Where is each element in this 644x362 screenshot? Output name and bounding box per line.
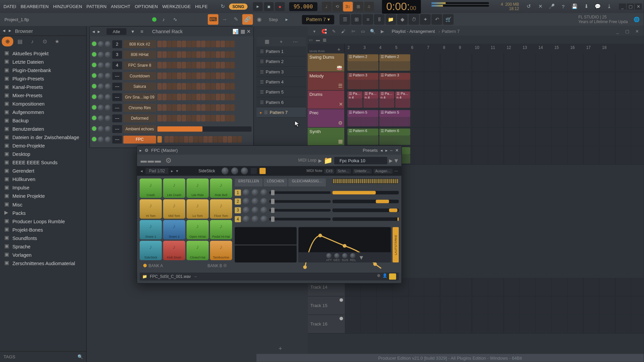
browser-item[interactable]: ▣Soundfonts (1, 234, 86, 242)
browser-fwd[interactable]: ▸ (9, 28, 11, 34)
layer-select[interactable]: 1 (235, 189, 241, 195)
help-icon[interactable]: ? (558, 1, 569, 12)
pattern-item[interactable]: ▸☰Pattern 7 (256, 107, 306, 117)
channel-mixer-route[interactable]: --- (112, 114, 122, 122)
channel-mute-led[interactable] (92, 126, 97, 131)
playlist-lane[interactable]: ☰ Pattern 2☰ Pattern 2 (345, 53, 644, 71)
sample-next[interactable]: → (194, 274, 198, 279)
pl-mode-1[interactable]: ▭ (309, 38, 313, 42)
midi-unterbr[interactable]: Unterbr… (353, 169, 372, 173)
layer-vol-knob[interactable] (243, 216, 250, 223)
pad-tune-knob[interactable] (241, 168, 248, 175)
menu-pattern[interactable]: PATTERN (85, 3, 108, 10)
plugin-close[interactable]: ✕ (395, 148, 399, 153)
channel-name-button[interactable]: Countdown (123, 72, 156, 80)
pad-selector[interactable]: Pad 1/32 (146, 168, 169, 174)
playlist-window-button[interactable]: ☰ (340, 14, 351, 25)
browser-tab-4[interactable]: ⊙ (39, 37, 50, 46)
track-header[interactable]: Track 15 (308, 296, 345, 314)
shop-button[interactable]: 🛒 (443, 14, 454, 25)
pl-menu[interactable]: ▾ (310, 27, 318, 35)
volume-strip[interactable]: LAUTSTÄRKE (392, 227, 398, 262)
channel-mute-led[interactable] (92, 83, 97, 88)
piano-roll-button[interactable]: ⊞ (351, 14, 362, 25)
mic-icon[interactable]: 🎤 (546, 1, 557, 12)
midi-note-val[interactable]: C#3 (324, 169, 334, 173)
blend-button[interactable]: ✎ (231, 14, 241, 25)
playlist-clip[interactable]: ☰ Pa…n 4 (347, 92, 363, 99)
preset-dropdown[interactable]: ▾ (394, 156, 398, 165)
track-header[interactable]: Track 16 (308, 315, 345, 333)
menu-options[interactable]: OPTIONEN (133, 3, 159, 10)
channel-pan-knob[interactable] (98, 126, 104, 132)
layer-select[interactable]: 2 (235, 198, 241, 204)
menu-add[interactable]: HINZUFÜGEN (51, 3, 84, 10)
drum-pad[interactable]: ♪Snare 1 (140, 220, 162, 239)
browser-item[interactable]: ▣Backup (1, 116, 86, 125)
menu-view[interactable]: ANSICHT (109, 3, 132, 10)
channel-mute-led[interactable] (92, 105, 97, 110)
metronome-5[interactable]: ♫ (364, 2, 374, 11)
playlist-lane[interactable]: ☰ Pattern 3☰ Pattern 3 (345, 72, 644, 90)
browser-item[interactable]: ▣Aktuelles Projekt (1, 49, 86, 57)
browser-button[interactable]: 📁 (386, 14, 396, 25)
pattern-tab-add[interactable]: + (277, 38, 285, 45)
browser-item[interactable]: ▣Mixer-Presets (1, 91, 86, 100)
channel-mixer-route[interactable]: 3 (112, 51, 122, 59)
menu-edit[interactable]: BEARBEITEN (19, 3, 50, 10)
playlist-clip[interactable]: ☰ Pa…n 4 (363, 92, 378, 99)
layer-tune-knob[interactable] (260, 189, 267, 196)
plugin-button[interactable]: ◆ (397, 14, 408, 25)
channel-pan-knob[interactable] (98, 136, 104, 142)
track-header[interactable]: Melody☰ (308, 72, 345, 90)
playlist-clip[interactable]: ☰ Pattern 2 (379, 54, 410, 61)
playlist-lane[interactable]: ☰ Pattern 5☰ Pattern 5 (345, 109, 644, 127)
time-display[interactable]: 0:00:00 (382, 0, 421, 13)
browser-tab-2[interactable]: ▤ (14, 37, 25, 46)
drum-pad[interactable]: ♪Open HiHat (186, 220, 209, 239)
layer-vol-knob[interactable] (243, 189, 250, 196)
add-track-plus[interactable]: + (278, 345, 282, 352)
channel-vol-knob[interactable] (105, 105, 111, 111)
browser-item[interactable]: ▣Kompositionen (1, 100, 86, 108)
playlist-lane[interactable]: ☰ Pattern 6☰ Pattern 6 (345, 128, 644, 146)
tool1-button[interactable]: ✦ (420, 14, 431, 25)
layer-pan-knob[interactable] (252, 189, 259, 196)
pl-tool-play[interactable]: ▶ (378, 27, 386, 35)
channel-vol-knob[interactable] (105, 94, 111, 100)
menu-tools[interactable]: WERKZEUGE (160, 3, 192, 10)
cr-steps-icon[interactable]: ▦ (240, 28, 245, 34)
layer-pan-knob[interactable] (252, 207, 259, 214)
sample-opt1[interactable]: ⊕ (377, 274, 381, 280)
channel-mixer-route[interactable]: --- (112, 93, 122, 101)
browser-item[interactable]: ▣Hüllkurven (1, 175, 86, 183)
song-mode-button[interactable]: SONG (229, 3, 248, 9)
channel-name-button[interactable]: FPC (123, 135, 156, 143)
browser-item[interactable]: ▶Packs (1, 208, 86, 217)
waveform-view[interactable] (235, 227, 297, 262)
channel-pan-knob[interactable] (98, 115, 104, 121)
layer-tune-knob[interactable] (260, 198, 267, 205)
channel-pan-knob[interactable] (98, 83, 104, 89)
pattern-tab-more[interactable]: ⋯ (291, 38, 300, 45)
track-header[interactable]: Prec⚙ (308, 109, 345, 127)
plugin-minimize[interactable]: – (390, 148, 392, 153)
browser-item[interactable]: ▣Vorlagen (1, 250, 86, 259)
pad-next[interactable]: ▸ (171, 169, 173, 173)
countdown-button[interactable]: → (219, 14, 230, 25)
channel-name-button[interactable]: Deformed (123, 114, 156, 122)
layer-select[interactable]: 4 (235, 216, 241, 222)
layer-select[interactable]: 3 (235, 207, 241, 213)
channel-vol-knob[interactable] (105, 83, 111, 89)
browser-back[interactable]: ◂ (3, 28, 5, 34)
layer-tune-knob[interactable] (260, 216, 267, 223)
pl-tool-cut[interactable]: ✄ (349, 27, 357, 35)
undo-button[interactable]: ↶ (432, 14, 442, 25)
browser-item[interactable]: ▣Gerendert (1, 167, 86, 175)
stop-button[interactable]: ■ (264, 2, 274, 11)
pattern-item[interactable]: ☰Pattern 3 (256, 67, 306, 77)
playlist-clip[interactable]: ☰ Pa…n 4 (379, 92, 394, 99)
drum-pad[interactable]: ♪Crash (140, 178, 162, 198)
track-header[interactable]: Synth▦ (308, 128, 345, 146)
playlist-clip[interactable]: ☰ Pattern 3 (379, 73, 410, 80)
